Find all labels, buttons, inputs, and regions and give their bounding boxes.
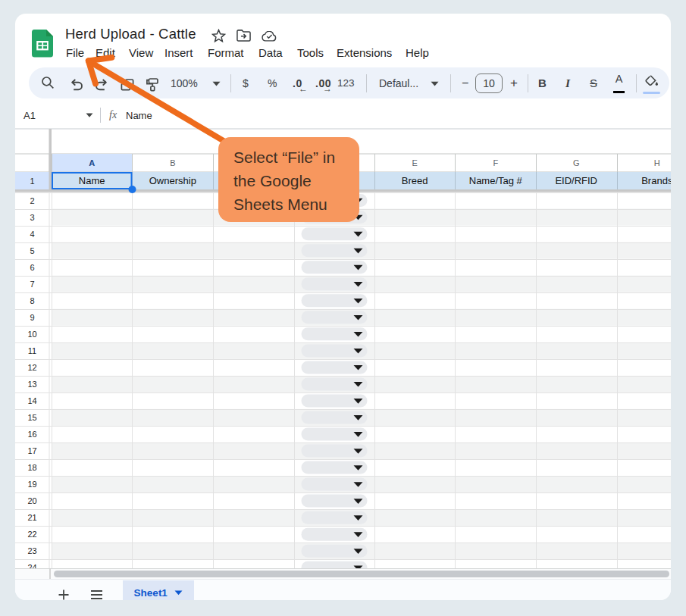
svg-text:Name: Name	[79, 175, 105, 186]
svg-text:7: 7	[30, 280, 34, 289]
svg-text:3: 3	[30, 213, 34, 222]
svg-text:A: A	[89, 158, 95, 167]
svg-text:9: 9	[30, 313, 34, 322]
svg-text:Brands: Brands	[641, 175, 671, 186]
svg-text:14: 14	[27, 396, 36, 405]
svg-text:EID/RFID: EID/RFID	[555, 175, 597, 186]
svg-text:5: 5	[30, 246, 34, 255]
svg-text:E: E	[412, 158, 418, 167]
svg-text:1: 1	[30, 177, 34, 186]
svg-text:Name/Tag #: Name/Tag #	[469, 175, 523, 186]
svg-text:B: B	[170, 158, 175, 167]
svg-text:16: 16	[27, 430, 36, 439]
svg-text:Ownership: Ownership	[149, 175, 196, 186]
svg-text:15: 15	[27, 413, 36, 422]
svg-text:11: 11	[28, 346, 36, 355]
svg-text:21: 21	[27, 513, 36, 522]
svg-text:20: 20	[27, 496, 36, 505]
svg-text:8: 8	[30, 296, 34, 305]
svg-text:18: 18	[27, 463, 36, 472]
svg-text:19: 19	[27, 480, 36, 489]
svg-text:4: 4	[30, 230, 34, 239]
svg-text:10: 10	[27, 330, 36, 339]
svg-text:H: H	[654, 158, 660, 167]
svg-text:Breed: Breed	[402, 175, 428, 186]
svg-text:F: F	[493, 158, 498, 167]
svg-text:17: 17	[27, 446, 36, 455]
svg-text:12: 12	[27, 363, 36, 372]
svg-text:G: G	[573, 158, 580, 167]
svg-text:13: 13	[27, 380, 36, 389]
svg-text:2: 2	[30, 196, 34, 205]
svg-text:23: 23	[27, 546, 36, 555]
svg-text:22: 22	[27, 530, 36, 539]
svg-text:6: 6	[30, 263, 34, 272]
